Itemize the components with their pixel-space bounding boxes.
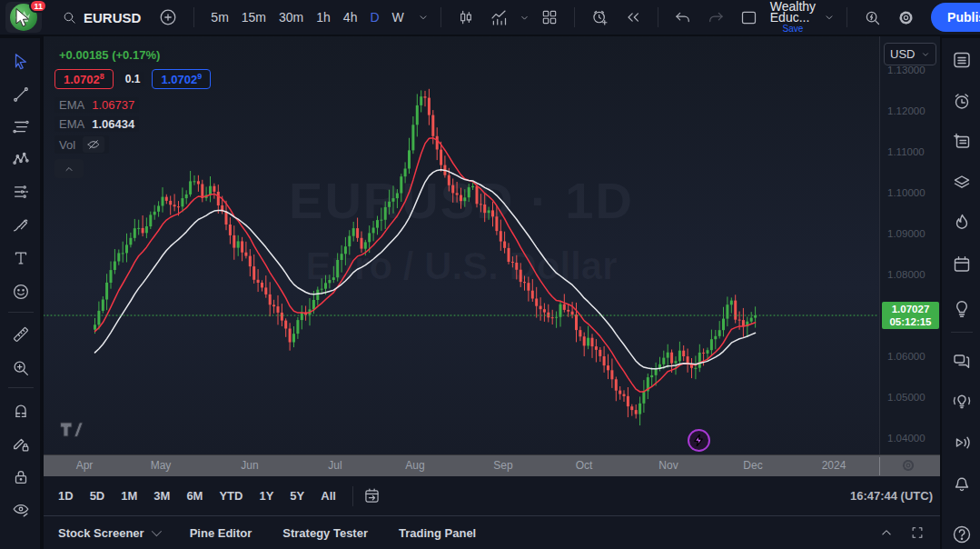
interval-button-4h[interactable]: 4h — [338, 6, 363, 28]
text-tool-icon[interactable] — [10, 247, 32, 269]
volume-row[interactable]: Vol — [54, 135, 109, 154]
measure-tool-icon[interactable] — [10, 324, 32, 345]
zoom-in-tool-icon[interactable] — [10, 357, 32, 379]
calendar-icon[interactable] — [951, 254, 973, 275]
price-axis[interactable]: USD 1.130001.120001.110001.100001.090001… — [879, 36, 940, 454]
ema-slow-row[interactable]: EMA 1.06434 — [54, 116, 139, 132]
symbol-search-button[interactable]: EURUSD — [54, 6, 148, 29]
footer-tab-stock-screener[interactable]: Stock Screener — [58, 526, 159, 540]
eye-hidden-icon[interactable] — [83, 136, 104, 153]
price-axis-label: 1.09000 — [887, 228, 926, 239]
compare-add-icon[interactable] — [153, 4, 183, 31]
footer-tab-strategy-tester[interactable]: Strategy Tester — [282, 526, 368, 540]
buy-button[interactable]: 1.07029 — [152, 69, 211, 89]
cursor-tool-icon[interactable] — [10, 51, 32, 73]
price-axis-label: 1.08000 — [887, 269, 926, 280]
sell-button[interactable]: 1.07028 — [54, 69, 114, 89]
session-clock[interactable]: 16:47:44 (UTC) — [850, 489, 933, 503]
ideas-lightbulb-icon[interactable] — [951, 297, 973, 319]
chevron-down-icon[interactable] — [417, 11, 430, 24]
range-button-5d[interactable]: 5D — [83, 485, 113, 506]
trend-line-tool-icon[interactable] — [10, 84, 32, 105]
drawing-mode-lock-icon[interactable] — [10, 433, 32, 454]
user-menu-button[interactable]: 11 — [5, 2, 42, 33]
time-axis[interactable]: AprMayJunJulAugSepOctNovDec2024 — [44, 454, 940, 476]
object-tree-layers-icon[interactable] — [951, 171, 973, 193]
layout-icon[interactable] — [735, 5, 763, 31]
range-button-1m[interactable]: 1M — [114, 485, 144, 506]
separator — [574, 7, 575, 27]
current-price-tag: 1.07027 05:12:15 — [882, 302, 939, 329]
brush-tool-icon[interactable] — [10, 215, 32, 236]
alerts-clock-icon[interactable] — [951, 91, 973, 113]
legend-collapse-button[interactable] — [54, 159, 84, 178]
interval-button-30m[interactable]: 30m — [273, 6, 309, 28]
chevron-down-icon[interactable] — [519, 12, 530, 24]
layout-name-menu[interactable]: Wealthy Educ... Save — [768, 1, 817, 35]
panel-maximize-icon[interactable] — [909, 524, 926, 541]
layout-name: Wealthy Educ... — [770, 1, 816, 23]
time-axis-label: Sep — [493, 459, 512, 472]
magnet-mode-icon[interactable] — [10, 400, 32, 422]
publish-button[interactable]: Publish — [931, 3, 980, 32]
undo-icon[interactable] — [669, 5, 697, 30]
alert-add-icon[interactable] — [586, 5, 614, 31]
time-axis-label: May — [151, 459, 172, 472]
range-button-3m[interactable]: 3M — [146, 485, 177, 506]
current-price: 1.07027 — [882, 303, 939, 315]
interval-button-15m[interactable]: 15m — [236, 6, 272, 28]
redo-icon[interactable] — [702, 5, 729, 30]
time-axis-label: Dec — [743, 459, 762, 472]
range-button-1y[interactable]: 1Y — [252, 485, 281, 506]
range-button-all[interactable]: All — [313, 485, 343, 506]
range-button-ytd[interactable]: YTD — [212, 485, 250, 506]
panel-expand-chevron-icon[interactable] — [878, 524, 895, 541]
quick-search-icon[interactable] — [858, 5, 886, 31]
footer-tabs: Stock ScreenerPine EditorStrategy Tester… — [58, 526, 476, 540]
live-streams-idea-icon[interactable] — [951, 390, 973, 412]
templates-grid-icon[interactable] — [536, 5, 563, 30]
save-button[interactable]: Save — [783, 24, 804, 35]
axis-settings-gear-icon[interactable] — [899, 456, 917, 474]
streams-play-icon[interactable] — [951, 432, 973, 454]
footer-tab-trading-panel[interactable]: Trading Panel — [399, 526, 476, 540]
notes-add-icon[interactable] — [951, 131, 973, 153]
tradingview-logo[interactable] — [60, 422, 84, 442]
settings-gear-icon[interactable] — [892, 5, 920, 31]
interval-button-d[interactable]: D — [364, 6, 384, 28]
candles-style-icon[interactable] — [452, 5, 480, 30]
ema-slow-value: 1.06434 — [92, 117, 134, 131]
bid-ask-row: 1.07028 0.1 1.07029 — [54, 69, 211, 89]
price-axis-label: 1.05000 — [887, 392, 926, 403]
notifications-bell-icon[interactable] — [951, 472, 973, 494]
interval-button-1h[interactable]: 1h — [311, 6, 336, 28]
chats-icon[interactable] — [951, 350, 973, 372]
forecast-tool-icon[interactable] — [10, 181, 32, 203]
range-button-5y[interactable]: 5Y — [282, 485, 312, 506]
go-to-date-icon[interactable] — [362, 486, 381, 505]
xabcd-pattern-tool-icon[interactable] — [10, 148, 32, 170]
currency-dropdown[interactable]: USD — [884, 43, 936, 65]
range-button-1d[interactable]: 1D — [51, 485, 81, 506]
interval-button-5m[interactable]: 5m — [205, 6, 233, 28]
interval-switcher: 5m15m30m1h4hDW — [205, 6, 409, 28]
range-button-6m[interactable]: 6M — [179, 485, 210, 506]
interval-button-w[interactable]: W — [387, 6, 410, 28]
watchlist-icon[interactable] — [951, 49, 973, 71]
hide-drawings-icon[interactable] — [10, 499, 32, 521]
footer-tab-pine-editor[interactable]: Pine Editor — [190, 526, 252, 540]
hotlists-flame-icon[interactable] — [951, 212, 973, 234]
bar-replay-icon[interactable] — [619, 5, 647, 30]
lock-drawings-icon[interactable] — [10, 466, 32, 488]
ema-fast-row[interactable]: EMA 1.06737 — [54, 97, 139, 113]
emoji-tool-icon[interactable] — [10, 281, 32, 303]
chevron-down-icon[interactable] — [823, 11, 836, 24]
price-axis-label: 1.12000 — [887, 105, 926, 116]
chart-pane[interactable]: EURUSD · 1D Euro / U.S. Dollar +0.00185 … — [44, 36, 879, 454]
event-lightning-marker[interactable] — [688, 429, 710, 452]
fib-retracement-tool-icon[interactable] — [10, 116, 32, 138]
help-question-icon[interactable] — [951, 524, 973, 545]
symbol-name: EURUSD — [84, 10, 141, 25]
indicators-icon[interactable] — [485, 5, 513, 31]
price-axis-label: 1.13000 — [887, 65, 926, 75]
